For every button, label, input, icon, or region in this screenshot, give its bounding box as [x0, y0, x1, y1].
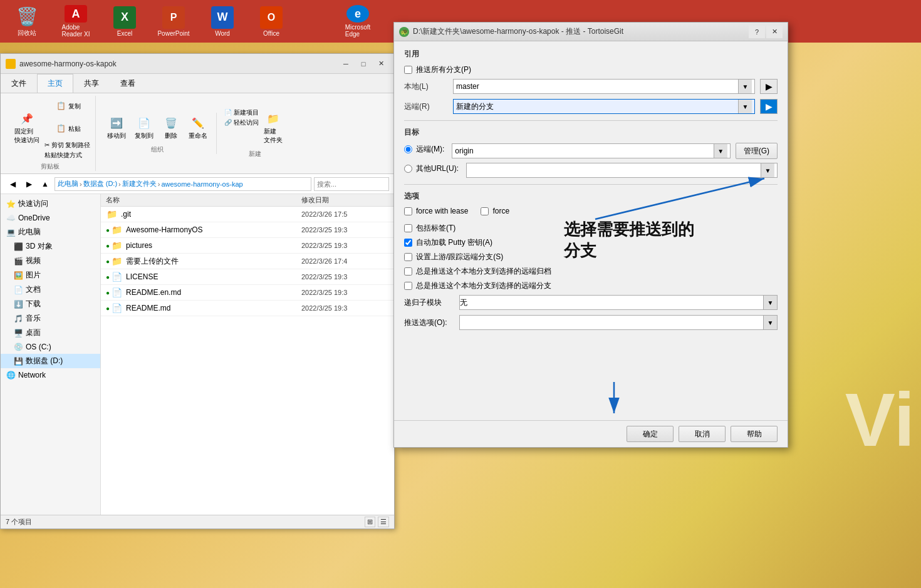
include-tags-checkbox[interactable] — [404, 224, 412, 232]
sidebar-item-quickaccess[interactable]: ⭐ 快速访问 — [1, 197, 100, 211]
col-name-header[interactable]: 名称 — [106, 195, 301, 205]
always-push-remote-checkbox[interactable] — [404, 267, 412, 276]
other-url-dropdown-arrow[interactable]: ▼ — [761, 163, 774, 177]
cloud-icon: ☁️ — [6, 213, 16, 223]
set-upstream-checkbox[interactable] — [404, 253, 412, 261]
table-row[interactable]: ● 📁 pictures 2022/3/25 19:3 — [101, 238, 394, 254]
force-with-lease-label[interactable]: force with lease — [416, 207, 468, 215]
submodule-dropdown-arrow[interactable]: ▼ — [763, 296, 777, 309]
dialog-close-button[interactable]: ✕ — [766, 26, 783, 38]
sidebar-item-computer[interactable]: 💻 此电脑 — [1, 225, 100, 239]
paste-button[interactable]: 📋 粘贴 — [44, 118, 90, 140]
sidebar-item-pictures[interactable]: 🖼️ 图片 — [1, 268, 100, 282]
sidebar-item-3d[interactable]: ⬛ 3D 对象 — [1, 239, 100, 254]
office-icon[interactable]: O Office — [249, 3, 293, 40]
table-row[interactable]: ● 📁 需要上传的文件 2022/3/26 17:4 — [101, 254, 394, 269]
cancel-button[interactable]: 取消 — [679, 426, 726, 442]
confirm-button[interactable]: 确定 — [627, 426, 674, 442]
other-url-dropdown[interactable]: ▼ — [466, 163, 778, 178]
dialog-help-icon-button[interactable]: ? — [749, 26, 765, 38]
sidebar-item-downloads[interactable]: ⬇️ 下载 — [1, 297, 100, 311]
remote-next-button[interactable]: ▶ — [760, 99, 778, 114]
force-checkbox[interactable] — [481, 207, 489, 215]
back-button[interactable]: ◀ — [6, 177, 19, 191]
auto-putty-label[interactable]: 自动加载 Putty 密钥(A) — [416, 237, 492, 248]
auto-putty-checkbox[interactable] — [404, 239, 412, 247]
address-path[interactable]: 此电脑 › 数据盘 (D:) › 新建文件夹 › awesome-harmony… — [55, 177, 311, 191]
rename-button[interactable]: ✏️ 重命名 — [185, 113, 211, 143]
download-icon: ⬇️ — [13, 299, 23, 309]
push-all-checkbox[interactable] — [404, 66, 412, 74]
minimize-button[interactable]: ─ — [338, 58, 354, 70]
breadcrumb-disk[interactable]: 数据盘 (D:) — [83, 179, 117, 188]
table-row[interactable]: ● 📄 LICENSE 2022/3/25 19:3 — [101, 269, 394, 285]
submodule-dropdown[interactable]: 无 ▼ — [459, 295, 778, 310]
remote-radio[interactable] — [404, 145, 412, 153]
explorer-close-button[interactable]: ✕ — [373, 58, 389, 70]
adobe-reader-icon[interactable]: A AdobeReader XI — [54, 3, 98, 40]
detail-view-button[interactable]: ☰ — [378, 517, 389, 527]
push-all-label[interactable]: 推送所有分支(P) — [416, 64, 471, 75]
table-row[interactable]: ● 📄 README.md 2022/3/25 19:3 — [101, 301, 394, 316]
table-row[interactable]: ● 📁 Awesome-HarmonyOS 2022/3/25 19:3 — [101, 222, 394, 238]
sidebar-item-network[interactable]: 🌐 Network — [1, 368, 100, 382]
force-label[interactable]: force — [492, 207, 509, 215]
up-button[interactable]: ▲ — [38, 177, 52, 191]
push-options-dropdown-arrow[interactable]: ▼ — [763, 316, 777, 329]
powerpoint-icon[interactable]: P PowerPoint — [152, 3, 195, 40]
remote-radio-label[interactable]: 远端(M): — [416, 144, 444, 155]
local-next-button[interactable]: ▶ — [760, 79, 778, 94]
manage-button[interactable]: 管理(G) — [736, 143, 778, 159]
other-url-label[interactable]: 其他URL(U): — [416, 163, 459, 174]
excel-icon[interactable]: X Excel — [103, 3, 147, 40]
pin-quick-access-button[interactable]: 📌 固定到快速访问 — [11, 96, 43, 160]
always-push-branch-label[interactable]: 总是推送这个本地分支到选择的远端分支 — [416, 281, 551, 291]
breadcrumb-folder[interactable]: 新建文件夹 — [122, 179, 157, 188]
table-row[interactable]: ● 📄 README.en.md 2022/3/25 19:3 — [101, 285, 394, 301]
copy-button[interactable]: 📋 复制 — [44, 96, 90, 117]
list-view-button[interactable]: ⊞ — [365, 517, 375, 527]
include-tags-label[interactable]: 包括标签(T) — [416, 223, 455, 234]
push-options-dropdown[interactable]: ▼ — [459, 315, 778, 330]
local-dropdown-arrow[interactable]: ▼ — [738, 80, 752, 93]
sidebar-item-datadisk[interactable]: 💾 数据盘 (D:) — [1, 354, 100, 368]
local-dropdown[interactable]: master ▼ — [453, 79, 755, 94]
remote-label: 远端(R) — [404, 101, 448, 112]
sidebar-item-docs[interactable]: 📄 文档 — [1, 282, 100, 297]
maximize-button[interactable]: □ — [355, 58, 372, 70]
breadcrumb-project[interactable]: awesome-harmony-os-kap — [161, 180, 242, 188]
remote-dropdown-arrow[interactable]: ▼ — [738, 100, 752, 113]
recycle-bin-icon[interactable]: 🗑️ 回收站 — [5, 3, 49, 40]
tab-view[interactable]: 查看 — [110, 74, 146, 93]
force-with-lease-row: force with lease — [404, 207, 468, 215]
help-button[interactable]: 帮助 — [731, 426, 778, 442]
sidebar-item-desktop[interactable]: 🖥️ 桌面 — [1, 326, 100, 340]
sidebar-item-music[interactable]: 🎵 音乐 — [1, 311, 100, 326]
edge-icon[interactable]: e MicrosoftEdge — [336, 3, 380, 40]
sidebar-item-video[interactable]: 🎬 视频 — [1, 254, 100, 268]
sidebar-item-osdisk[interactable]: 💿 OS (C:) — [1, 340, 100, 354]
always-push-branch-checkbox[interactable] — [404, 282, 412, 290]
breadcrumb-computer[interactable]: 此电脑 — [58, 179, 78, 188]
search-input[interactable] — [314, 177, 389, 191]
sidebar-item-onedrive[interactable]: ☁️ OneDrive — [1, 211, 100, 225]
col-date-header[interactable]: 修改日期 — [301, 195, 389, 205]
delete-button[interactable]: 🗑️ 删除 — [159, 113, 184, 143]
set-upstream-label[interactable]: 设置上游/跟踪远端分支(S) — [416, 252, 503, 262]
tortoisegit-icon: 🐢 — [399, 27, 409, 37]
force-with-lease-checkbox[interactable] — [404, 207, 412, 215]
table-row[interactable]: 📁 .git 2022/3/26 17:5 — [101, 207, 394, 222]
move-to-button[interactable]: ➡️ 移动到 — [103, 113, 130, 143]
copy-to-button[interactable]: 📄 复制到 — [131, 113, 157, 143]
tab-file[interactable]: 文件 — [1, 74, 37, 93]
tab-share[interactable]: 共享 — [73, 74, 110, 93]
tab-home[interactable]: 主页 — [37, 74, 73, 93]
origin-dropdown-arrow[interactable]: ▼ — [714, 144, 727, 158]
forward-button[interactable]: ▶ — [22, 177, 36, 191]
other-url-radio[interactable] — [404, 165, 412, 173]
remote-dropdown[interactable]: 新建的分支 ▼ — [453, 99, 755, 114]
origin-dropdown[interactable]: origin ▼ — [452, 143, 730, 158]
always-push-remote-label[interactable]: 总是推送这个本地分支到选择的远端归档 — [416, 266, 551, 277]
new-folder-button[interactable]: 📁 新建文件夹 — [260, 108, 286, 147]
word-icon[interactable]: W Word — [200, 3, 244, 40]
